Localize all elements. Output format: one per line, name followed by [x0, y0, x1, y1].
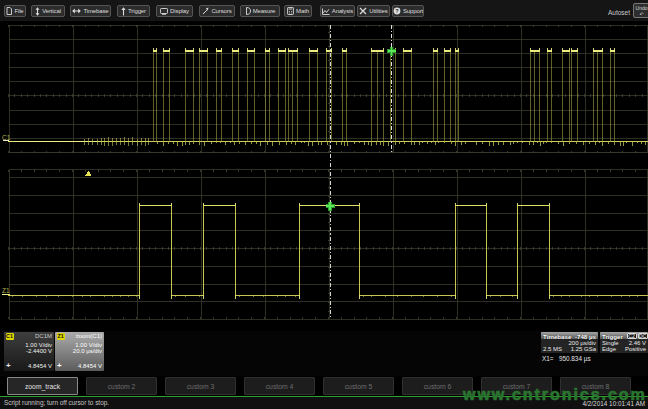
svg-text:C1: C1 — [2, 134, 11, 141]
svg-text:?: ? — [395, 8, 398, 14]
svg-text:Z1: Z1 — [2, 287, 10, 294]
